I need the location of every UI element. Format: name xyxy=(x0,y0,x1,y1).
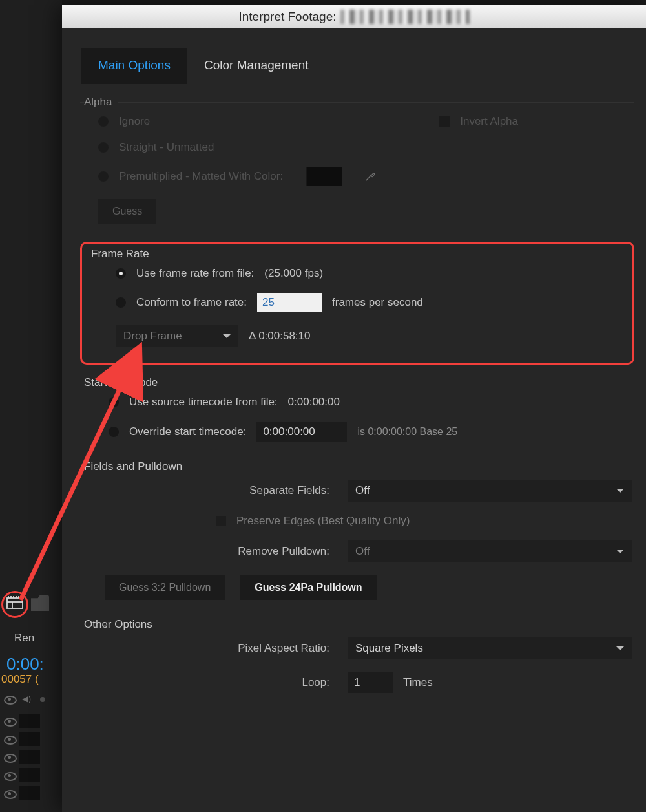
matte-color-swatch[interactable] xyxy=(306,167,342,186)
frame-count: 00057 ( xyxy=(1,673,39,686)
layer-row xyxy=(0,732,40,746)
conform-framerate-input[interactable] xyxy=(257,293,322,312)
framerate-legend: Frame Rate xyxy=(91,248,156,261)
loop-label: Loop: xyxy=(98,676,337,689)
alpha-legend: Alpha xyxy=(84,96,118,109)
eye-icon[interactable] xyxy=(3,751,17,763)
conform-framerate-label: Conform to frame rate: xyxy=(136,296,247,309)
invert-alpha-label: Invert Alpha xyxy=(460,115,518,128)
timecode-group: Start Timecode Use source timecode from … xyxy=(80,376,634,449)
alpha-premult-label: Premultiplied - Matted With Color: xyxy=(119,170,283,183)
alpha-straight-label: Straight - Unmatted xyxy=(119,141,214,154)
preserve-edges-checkbox[interactable] xyxy=(216,516,226,526)
fields-legend: Fields and Pulldown xyxy=(84,460,189,473)
alpha-ignore-radio[interactable] xyxy=(98,116,109,127)
eye-icon[interactable] xyxy=(3,693,17,705)
annotation-framerate-highlight: Frame Rate Use frame rate from file: (25… xyxy=(80,242,634,365)
timecode-legend: Start Timecode xyxy=(84,376,164,389)
framerate-group: Frame Rate Use frame rate from file: (25… xyxy=(87,248,627,354)
other-options-group: Other Options Pixel Aspect Ratio: Square… xyxy=(80,618,634,700)
svg-rect-0 xyxy=(7,598,23,608)
eye-icon[interactable] xyxy=(3,769,17,781)
source-timecode-value: 0:00:00:00 xyxy=(288,396,340,409)
alpha-premult-radio[interactable] xyxy=(98,171,109,182)
loop-times-label: Times xyxy=(403,676,433,689)
alpha-group: Alpha Ignore Invert Alpha Straight - Unm… xyxy=(80,96,634,230)
switches-header xyxy=(0,693,50,705)
project-panel-icon[interactable] xyxy=(6,596,23,614)
render-queue-label: Ren xyxy=(14,632,34,645)
override-timecode-input[interactable] xyxy=(256,422,347,442)
eyedropper-icon[interactable] xyxy=(359,167,381,186)
tab-color-management[interactable]: Color Management xyxy=(187,48,326,84)
titlebar[interactable]: Interpret Footage: xyxy=(62,5,646,28)
layer-row xyxy=(0,750,40,764)
use-source-timecode-radio[interactable] xyxy=(109,397,119,407)
remove-pulldown-select[interactable]: Off xyxy=(348,540,632,562)
duration-delta: Δ 0:00:58:10 xyxy=(249,330,311,343)
folder-icon[interactable] xyxy=(31,595,49,611)
alpha-ignore-label: Ignore xyxy=(119,115,150,128)
eye-icon[interactable] xyxy=(3,715,17,727)
current-time[interactable]: 0:00: xyxy=(6,654,44,674)
override-timecode-label: Override start timecode: xyxy=(129,425,246,438)
timecode-base-info: is 0:00:00:00 Base 25 xyxy=(357,426,457,438)
guess-alpha-button[interactable]: Guess xyxy=(98,199,156,224)
remove-pulldown-label: Remove Pulldown: xyxy=(98,545,337,558)
file-framerate-value: (25.000 fps) xyxy=(264,267,323,280)
window-title: Interpret Footage: xyxy=(238,10,336,24)
filename-redacted xyxy=(340,10,470,24)
other-options-legend: Other Options xyxy=(84,618,159,631)
speaker-icon[interactable] xyxy=(19,693,34,705)
tab-main-options[interactable]: Main Options xyxy=(81,48,187,84)
invert-alpha-checkbox[interactable] xyxy=(439,116,450,127)
layer-row xyxy=(0,714,40,728)
override-timecode-radio[interactable] xyxy=(109,427,119,437)
fps-unit-label: frames per second xyxy=(332,296,423,309)
fields-group: Fields and Pulldown Separate Fields: Off… xyxy=(80,460,634,606)
left-panel: Ren 0:00: 00057 ( xyxy=(0,0,62,812)
dropframe-select[interactable]: Drop Frame xyxy=(116,325,238,347)
separate-fields-label: Separate Fields: xyxy=(98,484,337,497)
guess-24pa-pulldown-button[interactable]: Guess 24Pa Pulldown xyxy=(240,575,376,600)
use-file-framerate-label: Use frame rate from file: xyxy=(136,267,254,280)
alpha-straight-radio[interactable] xyxy=(98,142,109,153)
layer-row xyxy=(0,786,40,800)
tabs: Main Options Color Management xyxy=(62,28,646,84)
layer-row xyxy=(0,768,40,782)
eye-icon[interactable] xyxy=(3,733,17,745)
preserve-edges-label: Preserve Edges (Best Quality Only) xyxy=(236,515,410,528)
pixel-aspect-select[interactable]: Square Pixels xyxy=(348,637,632,659)
use-file-framerate-radio[interactable] xyxy=(116,268,126,279)
pixel-aspect-label: Pixel Aspect Ratio: xyxy=(98,642,337,655)
separate-fields-select[interactable]: Off xyxy=(348,480,632,502)
annotation-circle xyxy=(1,591,28,618)
guess-32-pulldown-button[interactable]: Guess 3:2 Pulldown xyxy=(105,575,225,600)
solo-icon[interactable] xyxy=(36,693,50,705)
use-source-timecode-label: Use source timecode from file: xyxy=(129,396,278,409)
loop-input[interactable] xyxy=(348,672,393,693)
conform-framerate-radio[interactable] xyxy=(116,297,126,308)
eye-icon[interactable] xyxy=(3,787,17,799)
interpret-footage-dialog: Interpret Footage: Main Options Color Ma… xyxy=(62,5,646,812)
